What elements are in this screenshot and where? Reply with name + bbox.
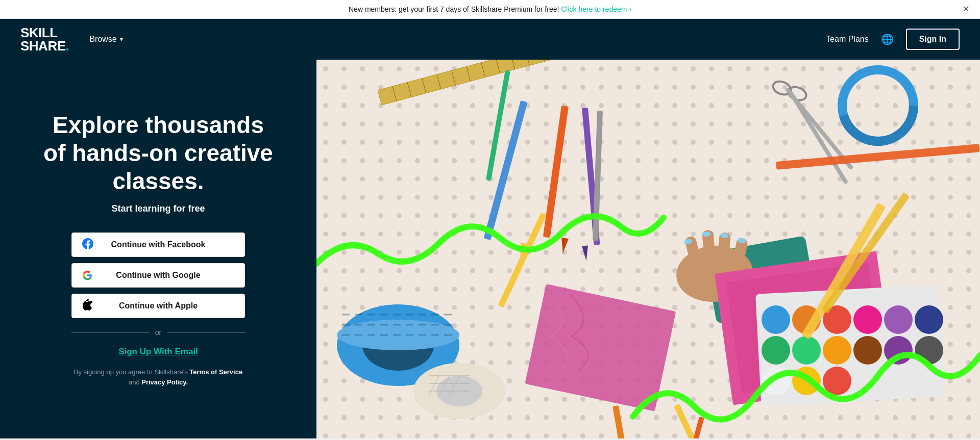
announcement-close-button[interactable]: ✕ xyxy=(962,4,970,15)
divider-line-left xyxy=(71,332,149,333)
svg-point-48 xyxy=(884,305,913,334)
apple-button[interactable]: Continue with Apple xyxy=(71,294,245,318)
apple-icon xyxy=(82,299,92,313)
apple-button-label: Continue with Apple xyxy=(119,301,198,310)
announcement-link[interactable]: Click here to redeem › xyxy=(561,5,631,13)
announcement-bar: New members: get your first 7 days of Sk… xyxy=(0,0,980,19)
divider-text: or xyxy=(155,328,161,337)
team-plans-button[interactable]: Team Plans xyxy=(826,35,869,44)
globe-icon[interactable]: 🌐 xyxy=(881,33,894,45)
google-icon xyxy=(82,270,92,280)
logo-top: SKILL xyxy=(20,26,69,39)
svg-point-50 xyxy=(762,336,790,365)
svg-point-51 xyxy=(792,336,821,365)
logo-bottom: SHARE. xyxy=(20,39,69,53)
divider-line-right xyxy=(167,332,245,333)
divider: or xyxy=(71,328,245,337)
main-content: Explore thousands of hands-on creative c… xyxy=(0,60,980,438)
privacy-policy-link[interactable]: Privacy Policy. xyxy=(141,378,188,386)
hero-image xyxy=(316,60,980,438)
svg-point-52 xyxy=(823,336,851,365)
sign-in-button[interactable]: Sign In xyxy=(906,29,960,50)
google-button-label: Continue with Google xyxy=(116,271,200,280)
facebook-icon xyxy=(82,238,93,252)
terms-of-service-link[interactable]: Terms of Service xyxy=(189,368,242,376)
svg-point-49 xyxy=(915,305,943,334)
logo[interactable]: SKILL SHARE. xyxy=(20,26,69,53)
right-panel xyxy=(316,60,980,438)
chevron-down-icon: ▾ xyxy=(120,36,123,43)
svg-point-53 xyxy=(853,336,882,365)
hero-title: Explore thousands of hands-on creative c… xyxy=(41,111,276,196)
header: SKILL SHARE. Browse ▾ Team Plans 🌐 Sign … xyxy=(0,19,980,60)
announcement-text: New members: get your first 7 days of Sk… xyxy=(349,5,559,13)
left-panel: Explore thousands of hands-on creative c… xyxy=(0,60,316,438)
header-left: SKILL SHARE. Browse ▾ xyxy=(20,26,123,53)
email-signup-button[interactable]: Sign Up With Email xyxy=(118,347,198,357)
auth-buttons: Continue with Facebook Continue with Goo… xyxy=(71,232,245,318)
google-button[interactable]: Continue with Google xyxy=(71,263,245,288)
facebook-button-label: Continue with Facebook xyxy=(111,240,206,249)
header-right: Team Plans 🌐 Sign In xyxy=(826,29,960,50)
terms-text: By signing up you agree to Skillshare's … xyxy=(71,367,245,387)
svg-point-47 xyxy=(853,305,882,334)
browse-button[interactable]: Browse ▾ xyxy=(89,35,122,44)
svg-point-44 xyxy=(762,305,790,334)
hero-subtitle: Start learning for free xyxy=(111,203,205,214)
facebook-button[interactable]: Continue with Facebook xyxy=(71,232,245,257)
